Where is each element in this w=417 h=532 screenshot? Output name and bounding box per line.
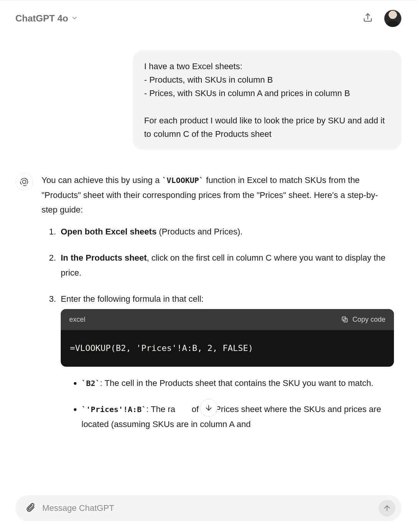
attach-button[interactable] bbox=[25, 502, 35, 514]
bullet-prices-text-a: : The ra bbox=[146, 404, 175, 414]
steps-list: Open both Excel sheets (Products and Pri… bbox=[42, 224, 394, 432]
user-avatar[interactable] bbox=[384, 10, 402, 27]
header-bar: ChatGPT 4o bbox=[0, 0, 417, 35]
step-1: Open both Excel sheets (Products and Pri… bbox=[58, 224, 394, 239]
send-button[interactable] bbox=[379, 500, 395, 517]
bullet-b2: `B2`: The cell in the Products sheet tha… bbox=[81, 376, 394, 391]
step-2: In the Products sheet, click on the firs… bbox=[58, 251, 394, 280]
copy-code-label: Copy code bbox=[352, 314, 385, 326]
assistant-avatar bbox=[15, 173, 33, 191]
inline-code-b2: `B2` bbox=[81, 379, 100, 388]
code-language-label: excel bbox=[69, 314, 85, 326]
scroll-to-bottom-button[interactable] bbox=[200, 399, 218, 417]
chevron-down-icon bbox=[71, 13, 78, 24]
openai-logo-icon bbox=[19, 177, 29, 187]
user-message-row: I have a two Excel sheets: - Products, w… bbox=[15, 50, 402, 150]
step-3-text: Enter the following formula in that cell… bbox=[61, 294, 204, 304]
arrow-down-icon bbox=[204, 404, 213, 412]
step-1-bold: Open both Excel sheets bbox=[61, 227, 156, 236]
paperclip-icon bbox=[25, 502, 35, 512]
chat-area: I have a two Excel sheets: - Products, w… bbox=[0, 35, 417, 443]
assistant-intro-paragraph: You can achieve this by using a `VLOOKUP… bbox=[42, 173, 394, 218]
copy-code-button[interactable]: Copy code bbox=[341, 314, 385, 326]
header-actions bbox=[362, 10, 402, 27]
inline-code-prices: `'Prices'!A:B` bbox=[81, 405, 146, 414]
message-input[interactable] bbox=[42, 503, 372, 513]
bullet-b2-text: : The cell in the Products sheet that co… bbox=[100, 378, 373, 388]
share-icon[interactable] bbox=[362, 12, 373, 25]
code-explanation-list: `B2`: The cell in the Products sheet tha… bbox=[61, 376, 394, 432]
bottom-fade bbox=[0, 444, 417, 497]
step-2-bold: In the Products sheet bbox=[61, 253, 147, 263]
step-1-rest: (Products and Prices). bbox=[156, 227, 243, 236]
assistant-message-content: You can achieve this by using a `VLOOKUP… bbox=[42, 173, 402, 443]
bullet-prices-range: `'Prices'!A:B`: The range of the Prices … bbox=[81, 402, 394, 432]
text: You can achieve this by using a bbox=[42, 175, 162, 185]
step-3: Enter the following formula in that cell… bbox=[58, 292, 394, 432]
arrow-up-icon bbox=[383, 504, 391, 512]
copy-icon bbox=[341, 316, 349, 323]
model-label: ChatGPT 4o bbox=[15, 13, 68, 24]
model-selector[interactable]: ChatGPT 4o bbox=[15, 13, 78, 24]
user-message-bubble: I have a two Excel sheets: - Products, w… bbox=[133, 50, 402, 150]
inline-code-vlookup: `VLOOKUP` bbox=[162, 176, 204, 185]
svg-point-1 bbox=[22, 180, 26, 184]
code-block: excel Copy code =VLOOKUP(B2, 'Prices'!A:… bbox=[61, 309, 394, 367]
code-block-header: excel Copy code bbox=[61, 309, 394, 331]
message-composer bbox=[15, 495, 402, 521]
code-content[interactable]: =VLOOKUP(B2, 'Prices'!A:B, 2, FALSE) bbox=[61, 330, 394, 367]
